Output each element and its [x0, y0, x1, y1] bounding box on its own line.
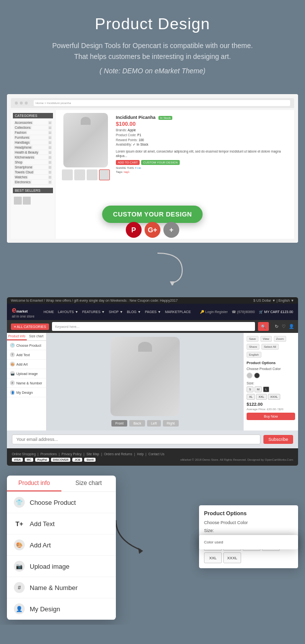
- tab-size-chart[interactable]: Size chart: [27, 333, 47, 340]
- search-input-mock[interactable]: Keyword here...: [52, 322, 255, 331]
- footer-link-online[interactable]: Online Shopping: [12, 452, 36, 456]
- browser-bar: Home > Incididunt picanha: [11, 98, 294, 108]
- size-s[interactable]: S: [247, 386, 254, 392]
- nav-blog[interactable]: BLOG ▼: [127, 310, 141, 314]
- nav-pages[interactable]: PAGES ▼: [145, 310, 161, 314]
- size-xxl[interactable]: XXL: [256, 394, 266, 400]
- product-action-btns: ADD TO CART CUSTOM YOUR DESIGN: [116, 160, 288, 165]
- popup-name-number-icon: #: [14, 582, 25, 593]
- wishlist-icon[interactable]: ♡: [282, 324, 286, 329]
- nav-marketplace[interactable]: MARKETPLACE: [165, 310, 191, 314]
- search-submit-btn[interactable]: 🔍: [258, 322, 269, 331]
- popup-tab-size-chart[interactable]: Size chart: [61, 476, 116, 491]
- header-utility-icons: ↻ ♡ 👤: [275, 324, 294, 329]
- nav-home[interactable]: HOME: [44, 310, 54, 314]
- add-to-cart-mini-btn[interactable]: ADD TO CART: [116, 160, 140, 165]
- best-seller-thumbnails: [13, 195, 53, 206]
- menu-name-number[interactable]: # Name & Number: [7, 378, 46, 388]
- popup-add-text[interactable]: T+ Add Text: [7, 513, 116, 535]
- avg-price-text: Average Price:: [247, 408, 266, 411]
- footer-link-help[interactable]: Help: [137, 452, 144, 456]
- custom-design-overlay-btn[interactable]: CUSTOM YOUR DESIGN: [102, 206, 203, 223]
- paypal-badge: PayPal: [35, 458, 49, 462]
- footer-link-orders[interactable]: Orders and Returns: [104, 452, 132, 456]
- thumb-4-active: [99, 169, 110, 180]
- zoom-btn[interactable]: Zoom: [274, 336, 286, 342]
- nav-features[interactable]: FEATURES ▼: [82, 310, 105, 314]
- popup-my-design[interactable]: 👤 My Design: [7, 598, 116, 620]
- product-options-popup: Product Options Choose Product Color Siz…: [199, 505, 298, 540]
- popup-add-text-icon: T+: [14, 518, 25, 529]
- share-btn[interactable]: Share: [247, 344, 259, 350]
- gplus-icon-btn[interactable]: G+: [145, 222, 160, 238]
- browser-dot-yellow: [20, 102, 23, 105]
- login-register-link[interactable]: 🔑 Login Register: [200, 310, 228, 314]
- nav-shop[interactable]: SHOP ▼: [109, 310, 123, 314]
- menu-add-text[interactable]: T Add Text: [7, 350, 46, 360]
- product-thumbnails: [62, 169, 110, 180]
- pinterest-icon: P: [131, 226, 136, 234]
- size-l[interactable]: L: [263, 386, 269, 392]
- menu-add-art[interactable]: 🎨 Add Art: [7, 360, 46, 369]
- all-categories-btn[interactable]: ≡ ALL CATEGORIES: [11, 323, 49, 330]
- add-art-label: Add Art: [16, 363, 28, 366]
- popup-upload-image-icon: 📷: [14, 561, 25, 572]
- size-m[interactable]: M: [254, 386, 262, 392]
- my-design-label: My Design: [16, 391, 33, 394]
- view-btn[interactable]: View: [260, 336, 272, 342]
- popup-upload-image[interactable]: 📷 Upload image: [7, 556, 116, 577]
- view-back[interactable]: Back: [129, 420, 145, 427]
- menu-choose-product[interactable]: 👕 Choose Product: [7, 341, 46, 350]
- cat-health: Health & Beauty□: [13, 150, 53, 155]
- english-btn[interactable]: English: [247, 352, 261, 358]
- choose-color-subtitle: Choose Product Color: [247, 367, 295, 371]
- avg-price-value: £20.00 / $20: [267, 408, 283, 411]
- select-all-btn[interactable]: Select All: [261, 344, 279, 350]
- copyright-text: eMarket © 2018 Demo Store. All Rights Re…: [180, 458, 293, 461]
- email-input[interactable]: [12, 434, 260, 444]
- size-row-2: XL XXL XXXL: [247, 394, 295, 400]
- popup-size-xxxl[interactable]: XXXL: [223, 552, 241, 563]
- popup-add-art-label: Add Art: [30, 541, 51, 549]
- size-xxxl[interactable]: XXXL: [268, 394, 280, 400]
- cat-smartphone: Smartphone□: [13, 165, 53, 170]
- color-swatch-light[interactable]: [247, 373, 253, 378]
- emarket-header: emarket all in one store HOME LAYOUTS ▼ …: [7, 304, 298, 320]
- footer-link-privacy[interactable]: Privacy Policy: [61, 452, 81, 456]
- popup-add-art[interactable]: 🎨 Add Art: [7, 535, 116, 556]
- choose-product-label: Choose Product: [16, 344, 41, 347]
- save-btn[interactable]: Save: [247, 336, 258, 342]
- account-icon[interactable]: 👤: [289, 324, 294, 329]
- product-title: Incididunt Picanha: [116, 115, 155, 120]
- nav-layouts[interactable]: LAYOUTS ▼: [58, 310, 78, 314]
- plus-icon-btn[interactable]: +: [163, 222, 179, 238]
- popup-choose-product[interactable]: 👕 Choose Product: [7, 492, 116, 513]
- refresh-icon[interactable]: ↻: [275, 324, 279, 329]
- categories-title: CATEGORIES: [13, 113, 53, 118]
- menu-my-design[interactable]: 👤 My Design: [7, 388, 46, 397]
- popup-name-number[interactable]: # Name & Number: [7, 577, 116, 598]
- color-swatch-dark[interactable]: [254, 373, 260, 378]
- popup-add-text-label: Add Text: [30, 520, 54, 528]
- subscribe-btn[interactable]: Subscribe: [263, 435, 293, 444]
- jcb-badge: JCB: [72, 458, 82, 462]
- footer-link-sitemap[interactable]: Site Map: [87, 452, 100, 456]
- design-canvas-area: Front Back Left Right: [47, 333, 244, 430]
- custom-design-mini-btn[interactable]: CUSTOM YOUR DESIGN: [141, 160, 179, 165]
- view-left[interactable]: Left: [147, 420, 161, 427]
- footer-links: Online Shopping| Promotions| Privacy Pol…: [12, 452, 164, 456]
- cart-info[interactable]: 🛒 MY CART £123.00: [259, 310, 293, 314]
- footer-link-promotions[interactable]: Promotions: [41, 452, 57, 456]
- name-number-label: Name & Number: [16, 381, 42, 385]
- footer-link-contact[interactable]: Contact Us: [149, 452, 164, 456]
- popup-size-xxl[interactable]: XXL: [204, 552, 222, 563]
- size-xl[interactable]: XL: [247, 394, 255, 400]
- menu-upload-image[interactable]: 📷 Upload image: [7, 369, 46, 378]
- buy-now-button[interactable]: Buy Now: [247, 413, 295, 420]
- view-front[interactable]: Front: [111, 420, 127, 427]
- design-view-tabs: Front Back Left Right: [111, 420, 179, 427]
- view-right[interactable]: Right: [163, 420, 179, 427]
- popup-tab-product-info[interactable]: Product info: [7, 476, 61, 491]
- tab-product-info[interactable]: Product info: [7, 333, 27, 340]
- pinterest-icon-btn[interactable]: P: [126, 222, 142, 238]
